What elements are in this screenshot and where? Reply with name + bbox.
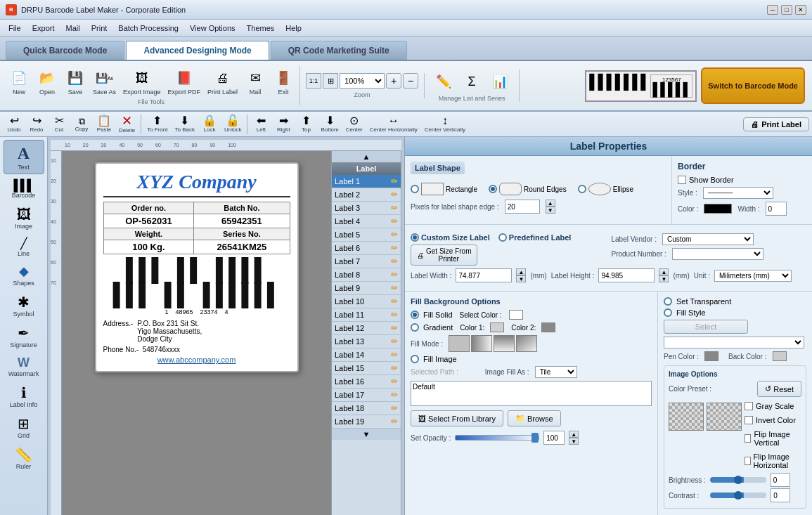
cut-button[interactable]: ✂ Cut	[48, 115, 70, 133]
browse-button[interactable]: 📁 Browse	[508, 410, 561, 426]
fill-style-radio[interactable]	[664, 308, 672, 317]
unit-select[interactable]: Milimeters (mm) Inches Pixels	[714, 270, 792, 282]
reset-button[interactable]: ↺ Reset	[757, 381, 801, 397]
fill-style-type-select[interactable]	[664, 337, 804, 348]
flip-v-checkbox[interactable]	[745, 434, 751, 443]
product-select[interactable]	[672, 248, 763, 260]
fill-gradient-option[interactable]: Gradient Color 1: Color 2:	[411, 322, 652, 332]
border-width-input[interactable]	[766, 202, 787, 216]
menu-export[interactable]: Export	[27, 22, 60, 34]
unlock-button[interactable]: 🔓 Unlock	[221, 115, 245, 133]
manage-list-btn2[interactable]: Σ	[458, 70, 485, 93]
image-fill-select[interactable]: Tile Stretch Center	[535, 366, 577, 378]
sidebar-tool-ruler[interactable]: 📏 Ruler	[4, 443, 44, 473]
menu-mail[interactable]: Mail	[60, 22, 86, 34]
menu-themes[interactable]: Themes	[241, 22, 281, 34]
label-item-11[interactable]: Label 11 ✏	[332, 308, 401, 322]
label-16-edit-icon[interactable]: ✏	[391, 377, 398, 386]
preset-preview-1[interactable]	[669, 403, 704, 431]
label-13-edit-icon[interactable]: ✏	[391, 337, 398, 346]
fill-style-select-button[interactable]: Select	[664, 320, 748, 334]
sidebar-tool-symbol[interactable]: ✱ Symbol	[4, 291, 44, 320]
label-item-9[interactable]: Label 9 ✏	[332, 282, 401, 295]
gradient-color2-picker[interactable]	[541, 322, 555, 332]
menu-file[interactable]: File	[3, 22, 27, 34]
predefined-size-option[interactable]: Predefined Label	[498, 233, 572, 242]
brightness-slider[interactable]	[710, 477, 766, 483]
label-7-edit-icon[interactable]: ✏	[391, 256, 398, 266]
width-up-button[interactable]: ▲	[516, 268, 526, 275]
sidebar-tool-line[interactable]: ╱ Line	[4, 234, 44, 260]
opacity-down-button[interactable]: ▼	[569, 438, 579, 445]
open-button[interactable]: 📂 Open	[34, 66, 60, 97]
zoom-in-button[interactable]: +	[386, 73, 401, 89]
fill-style-option[interactable]: Fill Style	[664, 308, 806, 317]
border-color-picker[interactable]	[704, 204, 732, 214]
menu-print[interactable]: Print	[86, 22, 113, 34]
set-transparent-option[interactable]: Set Transparent	[664, 297, 806, 306]
label-item-15[interactable]: Label 15 ✏	[332, 362, 401, 375]
label-item-7[interactable]: Label 7 ✏	[332, 255, 401, 268]
label-item-18[interactable]: Label 18 ✏	[332, 402, 401, 415]
mail-button[interactable]: ✉ Mail	[242, 66, 269, 97]
switch-barcode-button[interactable]: Switch to Barcode Mode	[701, 67, 805, 104]
pixels-input[interactable]	[505, 200, 540, 214]
width-down-button[interactable]: ▼	[516, 275, 526, 282]
label-12-edit-icon[interactable]: ✏	[391, 323, 398, 333]
label-19-edit-icon[interactable]: ✏	[391, 417, 398, 426]
invert-option[interactable]: Invert Color	[745, 416, 801, 424]
opacity-slider[interactable]	[455, 435, 539, 441]
fill-image-option[interactable]: Fill Image	[411, 355, 652, 363]
manage-list-btn1[interactable]: ✏️	[430, 70, 457, 93]
show-border-checkbox[interactable]	[678, 176, 686, 184]
height-down-button[interactable]: ▼	[659, 275, 669, 282]
label-preview[interactable]: XYZ Company Order no. Batch No. OP-56203…	[95, 162, 299, 372]
brightness-input[interactable]	[771, 473, 790, 487]
label-item-19[interactable]: Label 19 ✏	[332, 415, 401, 429]
shape-round-option[interactable]: Round Edges	[489, 183, 567, 195]
sidebar-tool-image[interactable]: 🖼 Image	[4, 203, 44, 233]
paste-button[interactable]: 📋 Paste	[93, 115, 115, 133]
zoom-1-1-button[interactable]: 1:1	[306, 73, 321, 89]
design-canvas[interactable]: XYZ Company Order no. Batch No. OP-56203…	[62, 151, 331, 515]
back-color-picker[interactable]	[773, 351, 787, 361]
opacity-input[interactable]	[543, 431, 565, 445]
label-8-edit-icon[interactable]: ✏	[391, 270, 398, 280]
label-width-input[interactable]	[456, 268, 512, 282]
zoom-fit-button[interactable]: ⊞	[323, 73, 338, 89]
sidebar-tool-watermark[interactable]: W Watermark	[4, 353, 44, 381]
redo-button[interactable]: ↪ Redo	[25, 115, 48, 133]
label-item-5[interactable]: Label 5 ✏	[332, 228, 401, 242]
label-1-edit-icon[interactable]: ✏	[391, 176, 398, 186]
contrast-input[interactable]	[771, 488, 790, 502]
label-item-4[interactable]: Label 4 ✏	[332, 215, 401, 228]
label-17-edit-icon[interactable]: ✏	[391, 390, 398, 400]
flip-h-option[interactable]: Flip Image Horizontal	[745, 452, 801, 469]
minimize-button[interactable]: ─	[767, 5, 778, 15]
label-9-edit-icon[interactable]: ✏	[391, 283, 398, 293]
center-h-button[interactable]: ↔ Center Horizontally	[366, 115, 421, 133]
fill-mode-2[interactable]	[471, 335, 492, 352]
zoom-select[interactable]: 100% 50% 75% 125% 150%	[340, 73, 385, 89]
fill-solid-option[interactable]: Fill Solid Select Color :	[411, 310, 652, 320]
label-18-edit-icon[interactable]: ✏	[391, 403, 398, 413]
sidebar-tool-grid[interactable]: ⊞ Grid	[4, 412, 44, 442]
get-size-button[interactable]: 🖨 Get Size FromPrinter	[411, 245, 477, 266]
tab-quick-barcode[interactable]: Quick Barcode Mode	[6, 41, 124, 60]
to-front-button[interactable]: ⬆ To Front	[143, 115, 171, 133]
shape-rectangle-radio[interactable]	[411, 185, 419, 193]
fill-image-radio[interactable]	[411, 355, 419, 363]
image-default-text[interactable]: Default	[411, 381, 652, 406]
label-15-edit-icon[interactable]: ✏	[391, 363, 398, 373]
export-pdf-button[interactable]: 📕 Export PDF	[165, 66, 204, 97]
grayscale-option[interactable]: Gray Scale	[745, 402, 801, 410]
maximize-button[interactable]: □	[781, 5, 792, 15]
label-item-3[interactable]: Label 3 ✏	[332, 202, 401, 215]
label-6-edit-icon[interactable]: ✏	[391, 243, 398, 253]
shape-ellipse-radio[interactable]	[578, 185, 586, 193]
manage-list-btn3[interactable]: 📊	[486, 70, 513, 93]
label-scroll-down[interactable]: ▼	[332, 429, 401, 440]
sidebar-tool-shapes[interactable]: ◆ Shapes	[4, 261, 44, 289]
align-bottom-button[interactable]: ⬇ Bottom	[317, 115, 342, 133]
label-10-edit-icon[interactable]: ✏	[391, 296, 398, 306]
